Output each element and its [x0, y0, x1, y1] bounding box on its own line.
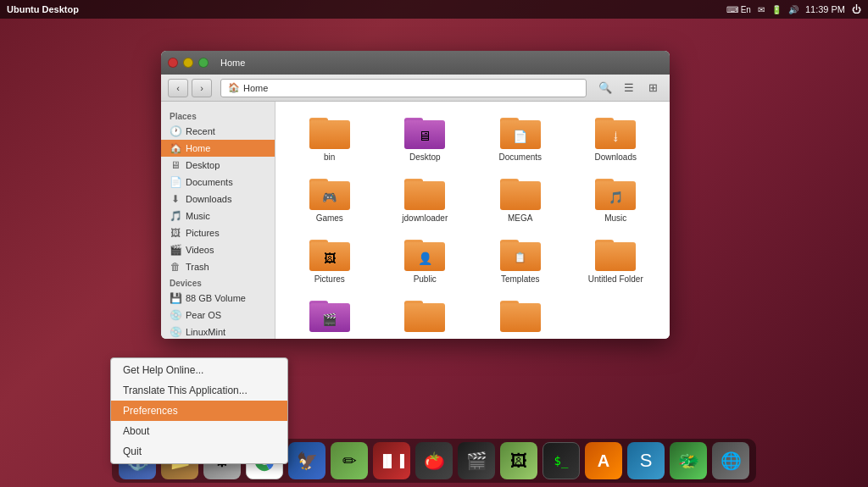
gallery-icon: 🖼 — [510, 451, 527, 471]
dock-item-gedit[interactable]: ✏ — [331, 442, 368, 479]
videos-icon: 🎬 — [170, 244, 181, 256]
file-item-templates[interactable]: 📋 Templates — [475, 232, 566, 289]
sidebar-item-recent[interactable]: 🕐 Recent — [161, 123, 275, 140]
dock-item-dragon[interactable]: 🐲 — [670, 442, 707, 479]
file-item-downloads[interactable]: ↓ Downloads — [570, 110, 662, 167]
context-menu-item-preferences[interactable]: Preferences — [111, 401, 287, 421]
file-item-row4-2[interactable] — [380, 293, 471, 339]
dock-item-clapper[interactable]: 🎬 — [458, 442, 495, 479]
nav-forward-button[interactable]: › — [192, 79, 212, 97]
pictures-icon: 🖼 — [170, 227, 181, 239]
home-icon: 🏠 — [228, 82, 240, 93]
sidebar-item-documents[interactable]: 📄 Documents — [161, 174, 275, 191]
sidebar-item-label-trash: Trash — [186, 262, 209, 272]
file-item-public[interactable]: 👤 Public — [380, 232, 471, 289]
location-bar[interactable]: 🏠 Home — [220, 79, 587, 97]
clock: 11:39 PM — [805, 4, 845, 14]
sidebar-item-88gb[interactable]: 💾 88 GB Volume — [161, 290, 275, 307]
dock-item-terminal[interactable]: $_ — [542, 442, 580, 479]
context-menu-item-about[interactable]: About — [111, 421, 287, 441]
context-menu-item-translate[interactable]: Translate This Application... — [111, 380, 287, 401]
bin-folder-icon — [309, 115, 350, 149]
sidebar-item-pictures[interactable]: 🖼 Pictures — [161, 224, 275, 241]
mega-folder-icon — [500, 176, 541, 210]
dock-item-tomato[interactable]: 🍅 — [415, 442, 453, 479]
network-icon: 🌐 — [721, 451, 742, 471]
dock-item-thunderbird[interactable]: 🦅 — [288, 442, 326, 479]
games-folder-icon: 🎮 — [309, 176, 350, 210]
sidebar-item-desktop[interactable]: 🖥 Desktop — [161, 157, 275, 174]
context-menu-item-quit[interactable]: Quit — [111, 441, 287, 462]
recent-icon: 🕐 — [170, 125, 181, 137]
pictures-folder-icon: 🖼 — [309, 237, 350, 271]
volume-indicator[interactable]: 🔊 — [788, 5, 798, 14]
context-menu-item-help[interactable]: Get Help Online... — [111, 360, 287, 380]
devices-header: Devices — [161, 275, 275, 290]
keyboard-indicator[interactable]: ⌨ En — [726, 5, 751, 14]
search-button[interactable]: 🔍 — [595, 79, 615, 97]
thunderbird-icon: 🦅 — [297, 451, 318, 471]
top-bar-right: ⌨ En ✉ 🔋 🔊 11:39 PM ⏻ — [726, 4, 861, 14]
file-item-pictures[interactable]: 🖼 Pictures — [284, 232, 376, 289]
pear-os-icon: 💿 — [170, 309, 181, 321]
dock-item-network[interactable]: 🌐 — [712, 442, 749, 479]
nav-back-button[interactable]: ‹ — [168, 79, 188, 97]
sidebar-item-trash[interactable]: 🗑 Trash — [161, 258, 275, 275]
mixer-icon: ▐▌▐ — [379, 454, 404, 468]
dock-item-gallery[interactable]: 🖼 — [500, 442, 537, 479]
toolbar-actions: 🔍 ☰ ⊞ — [595, 79, 663, 97]
sidebar-item-label-recent: Recent — [186, 126, 215, 136]
window-minimize-button[interactable] — [183, 58, 193, 68]
sidebar-item-music[interactable]: 🎵 Music — [161, 208, 275, 224]
window-maximize-button[interactable] — [198, 58, 209, 68]
downloads-icon: ⬇ — [170, 193, 181, 205]
file-item-row4-1[interactable]: 🎬 — [284, 293, 376, 339]
power-icon[interactable]: ⏻ — [852, 4, 861, 14]
row4-2-folder-icon — [404, 298, 445, 332]
public-folder-icon: 👤 — [404, 237, 445, 271]
sidebar-item-home[interactable]: 🏠 Home — [161, 140, 275, 157]
file-item-bin[interactable]: bin — [284, 110, 376, 167]
window-title: Home — [220, 58, 245, 68]
sidebar-item-linuxmint[interactable]: 💿 LinuxMint — [161, 324, 275, 339]
sidebar-item-downloads[interactable]: ⬇ Downloads — [161, 191, 275, 208]
file-label-pictures: Pictures — [314, 274, 345, 284]
desktop-folder-icon: 🖥 — [404, 115, 445, 149]
file-item-mega[interactable]: MEGA — [475, 171, 566, 228]
desktop-title: Ubuntu Desktop — [7, 4, 79, 14]
grid-view-button[interactable]: ⊞ — [643, 79, 663, 97]
top-bar: Ubuntu Desktop ⌨ En ✉ 🔋 🔊 11:39 PM ⏻ — [0, 0, 868, 19]
file-item-desktop[interactable]: 🖥 Desktop — [380, 110, 471, 167]
file-item-untitled[interactable]: Untitled Folder — [570, 232, 662, 289]
sidebar-item-label-downloads: Downloads — [186, 194, 231, 204]
jdownloader-folder-icon — [404, 176, 445, 210]
documents-icon: 📄 — [170, 176, 181, 188]
file-label-games: Games — [316, 213, 343, 223]
file-item-jdownloader[interactable]: jdownloader — [380, 171, 471, 228]
dock-item-blue-app[interactable]: S — [627, 442, 665, 479]
tomato-icon: 🍅 — [424, 451, 445, 471]
file-label-desktop: Desktop — [409, 152, 441, 162]
dock-item-software[interactable]: A — [585, 442, 622, 479]
sidebar-item-pear-os[interactable]: 💿 Pear OS — [161, 307, 275, 324]
music-folder-icon: 🎵 — [595, 176, 636, 210]
file-item-documents[interactable]: 📄 Documents — [475, 110, 566, 167]
templates-folder-icon: 📋 — [500, 237, 541, 271]
sidebar-item-label-pictures: Pictures — [186, 228, 220, 238]
file-label-music: Music — [604, 213, 626, 223]
battery-indicator[interactable]: 🔋 — [771, 5, 782, 14]
untitled-folder-icon — [595, 237, 636, 271]
window-toolbar: ‹ › 🏠 Home 🔍 ☰ ⊞ — [161, 75, 670, 102]
file-item-row4-3[interactable] — [475, 293, 566, 339]
email-indicator[interactable]: ✉ — [758, 5, 765, 14]
window-content: Places 🕐 Recent 🏠 Home 🖥 Desktop 📄 Docum… — [161, 102, 670, 339]
terminal-icon: $_ — [554, 454, 569, 468]
file-item-music[interactable]: 🎵 Music — [570, 171, 662, 228]
dock-item-mixer[interactable]: ▐▌▐ — [373, 442, 410, 479]
window-close-button[interactable] — [168, 58, 178, 68]
file-label-downloads: Downloads — [595, 152, 637, 162]
list-view-button[interactable]: ☰ — [619, 79, 639, 97]
file-item-games[interactable]: 🎮 Games — [284, 171, 376, 228]
sidebar-item-videos[interactable]: 🎬 Videos — [161, 241, 275, 258]
blue-app-icon: S — [640, 450, 653, 472]
